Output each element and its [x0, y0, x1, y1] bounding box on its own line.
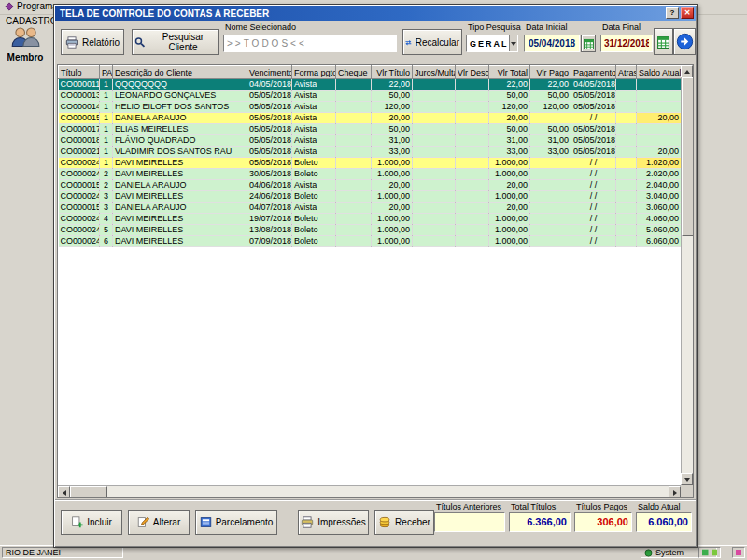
report-button[interactable]: Relatório	[61, 29, 124, 55]
grid-cell[interactable]: 50,00	[372, 124, 413, 135]
grid-cell[interactable]: 50,00	[372, 91, 413, 102]
grid-cell[interactable]: Boleto	[292, 225, 336, 236]
grid-cell[interactable]: DAVI MEIRELLES	[113, 158, 247, 169]
grid-cell[interactable]	[336, 102, 372, 113]
grid-cell[interactable]: 6	[100, 236, 113, 247]
grid-cell[interactable]: CO000024	[59, 169, 100, 180]
grid-cell[interactable]: DANIELA ARAUJO	[113, 113, 247, 124]
grid-cell[interactable]: CO000017	[59, 124, 100, 135]
grid-row[interactable]: CO0000244DAVI MEIRELLES19/07/2018Boleto1…	[59, 214, 682, 225]
grid-cell[interactable]: DAVI MEIRELLES	[113, 214, 247, 225]
grid-cell[interactable]: 1	[100, 147, 113, 158]
grid-cell[interactable]	[616, 169, 637, 180]
grid-cell[interactable]: CO000021	[59, 147, 100, 158]
grid-cell[interactable]: HELIO EILOFT DOS SANTOS	[113, 102, 247, 113]
grid-cell[interactable]	[616, 124, 637, 135]
desktop-icon-membro[interactable]: Membro	[3, 25, 48, 63]
grid-cell[interactable]: 20,00	[372, 113, 413, 124]
date-start-calendar-button[interactable]	[581, 35, 596, 52]
grid-cell[interactable]	[530, 203, 571, 214]
grid-cell[interactable]	[336, 225, 372, 236]
grid-cell[interactable]	[616, 102, 637, 113]
grid-cell[interactable]: 20,00	[372, 180, 413, 191]
grid-cell[interactable]	[336, 124, 372, 135]
grid-cell[interactable]: 07/09/2018	[247, 236, 292, 247]
grid-cell[interactable]	[456, 214, 489, 225]
grid-cell[interactable]: 05/05/2018	[247, 113, 292, 124]
grid-cell[interactable]	[456, 203, 489, 214]
grid-cell[interactable]	[616, 158, 637, 169]
grid-cell[interactable]: 1.000,00	[489, 225, 530, 236]
date-start-input[interactable]	[524, 35, 580, 52]
grid-cell[interactable]: 05/05/2018	[247, 147, 292, 158]
grid-cell[interactable]: 1	[100, 91, 113, 102]
grid-cell[interactable]: ELIAS MEIRELLES	[113, 124, 247, 135]
grid-cell[interactable]: DANIELA ARAUJO	[113, 203, 247, 214]
grid-cell[interactable]	[336, 79, 372, 91]
grid-cell[interactable]: 05/05/2018	[571, 124, 616, 135]
grid-cell[interactable]: CO000024	[59, 236, 100, 247]
grid-cell[interactable]	[413, 180, 456, 191]
grid-cell[interactable]	[456, 180, 489, 191]
grid-cell[interactable]	[616, 203, 637, 214]
grid-cell[interactable]	[637, 135, 682, 147]
column-header[interactable]: Vencimento	[247, 66, 292, 79]
grid-cell[interactable]	[336, 158, 372, 169]
grid-cell[interactable]: 1.020,00	[637, 158, 682, 169]
grid-cell[interactable]: 120,00	[530, 102, 571, 113]
search-type-select[interactable]: GERAL	[466, 35, 518, 52]
grid-cell[interactable]: VLADIMIR DOS SANTOS RAU	[113, 147, 247, 158]
grid-row[interactable]: CO0000111QQQQQQQQ04/05/2018Avista22,0022…	[59, 79, 682, 91]
grid-cell[interactable]	[336, 214, 372, 225]
scroll-left-button[interactable]	[58, 486, 70, 498]
grid-cell[interactable]: 5	[100, 225, 113, 236]
grid-cell[interactable]: 05/05/2018	[247, 158, 292, 169]
grid-row[interactable]: CO0000141HELIO EILOFT DOS SANTOS05/05/20…	[59, 102, 682, 113]
grid-cell[interactable]: 1.000,00	[372, 236, 413, 247]
grid-cell[interactable]	[413, 91, 456, 102]
grid-cell[interactable]	[616, 135, 637, 147]
grid-cell[interactable]: / /	[571, 203, 616, 214]
grid-cell[interactable]: 1	[100, 113, 113, 124]
grid-row[interactable]: CO0000211VLADIMIR DOS SANTOS RAU05/05/20…	[59, 147, 682, 158]
edit-button[interactable]: Alterar	[128, 510, 190, 535]
column-header[interactable]: Forma pgto	[292, 66, 336, 79]
grid-cell[interactable]: 20,00	[489, 180, 530, 191]
grid-cell[interactable]: 1.000,00	[372, 169, 413, 180]
grid-cell[interactable]: Avista	[292, 180, 336, 191]
grid-cell[interactable]: DAVI MEIRELLES	[113, 169, 247, 180]
grid-cell[interactable]	[336, 203, 372, 214]
grid-cell[interactable]	[530, 113, 571, 124]
grid-cell[interactable]: CO000018	[59, 135, 100, 147]
grid-cell[interactable]: 2.040,00	[637, 180, 682, 191]
grid-cell[interactable]: 31,00	[489, 135, 530, 147]
grid-cell[interactable]: CO000014	[59, 102, 100, 113]
grid-cell[interactable]: QQQQQQQQ	[113, 79, 247, 91]
grid-cell[interactable]: 30/05/2018	[247, 169, 292, 180]
grid-cell[interactable]: Avista	[292, 135, 336, 147]
grid-row[interactable]: CO0000171ELIAS MEIRELLES05/05/2018Avista…	[59, 124, 682, 135]
grid-cell[interactable]: 31,00	[530, 135, 571, 147]
grid-cell[interactable]: 50,00	[489, 124, 530, 135]
grid-row[interactable]: CO0000151DANIELA ARAUJO05/05/2018Avista2…	[59, 113, 682, 124]
selected-name-input[interactable]	[223, 35, 397, 52]
grid-row[interactable]: CO0000243DAVI MEIRELLES24/06/2018Boleto1…	[59, 191, 682, 203]
grid-cell[interactable]: DANIELA ARAUJO	[113, 180, 247, 191]
grid-cell[interactable]	[413, 169, 456, 180]
grid-cell[interactable]	[413, 79, 456, 91]
grid-cell[interactable]: 20,00	[372, 203, 413, 214]
grid-cell[interactable]: 05/05/2018	[571, 147, 616, 158]
grid-cell[interactable]	[637, 102, 682, 113]
grid-cell[interactable]	[530, 214, 571, 225]
grid-cell[interactable]	[336, 91, 372, 102]
grid-cell[interactable]	[530, 191, 571, 203]
grid-cell[interactable]: Avista	[292, 147, 336, 158]
recalculate-button[interactable]: Recalcular	[402, 29, 462, 55]
column-header[interactable]: Pagamento	[571, 66, 616, 79]
vertical-scrollbar[interactable]	[681, 65, 693, 485]
grid-cell[interactable]: 20,00	[489, 203, 530, 214]
grid-row[interactable]: CO0000241DAVI MEIRELLES05/05/2018Boleto1…	[59, 158, 682, 169]
grid-cell[interactable]: Avista	[292, 203, 336, 214]
column-header[interactable]: Vlr Pago	[530, 66, 571, 79]
grid-cell[interactable]: 33,00	[372, 147, 413, 158]
